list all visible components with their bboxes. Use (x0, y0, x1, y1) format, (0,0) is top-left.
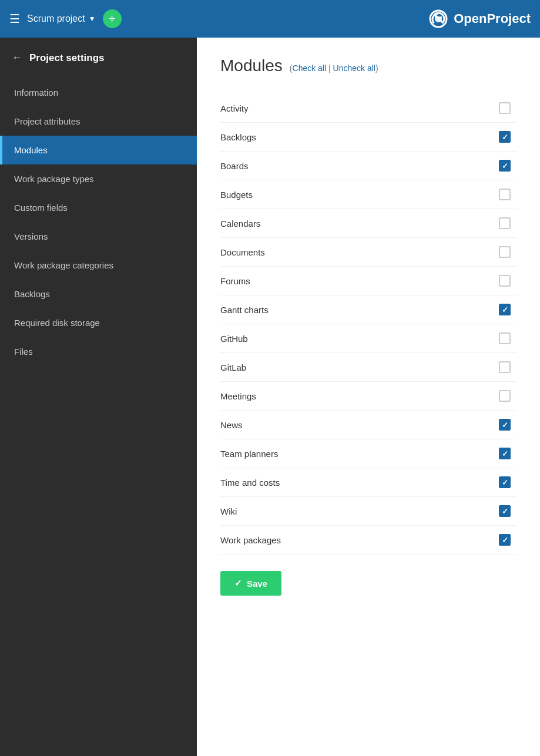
module-checkbox[interactable] (499, 102, 511, 114)
sidebar-item-label: Project attributes (14, 116, 81, 126)
project-selector[interactable]: Scrum project ▼ (27, 14, 96, 24)
sidebar-item-label: Required disk storage (14, 318, 100, 328)
module-name: Activity (220, 103, 493, 113)
sidebar-item-modules[interactable]: Modules (0, 136, 197, 164)
add-project-button[interactable]: + (103, 9, 122, 28)
module-name: Calendars (220, 219, 493, 229)
module-row: Activity (220, 94, 516, 123)
module-row: Documents (220, 238, 516, 267)
module-row: News (220, 411, 516, 439)
sidebar-item-work-package-categories[interactable]: Work package categories (0, 251, 197, 280)
sidebar-item-information[interactable]: Information (0, 78, 197, 107)
sidebar-item-label: Custom fields (14, 203, 68, 213)
module-checkbox[interactable] (499, 332, 511, 344)
sidebar-header-label: Project settings (29, 52, 105, 64)
module-row: Time and costs (220, 468, 516, 497)
module-name: Boards (220, 161, 493, 171)
module-row: Calendars (220, 209, 516, 238)
module-checkbox[interactable] (499, 131, 511, 143)
sidebar-header[interactable]: ← Project settings (0, 38, 197, 78)
module-name: Time and costs (220, 478, 493, 488)
module-checkbox[interactable] (499, 448, 511, 459)
module-row: Wiki (220, 497, 516, 526)
save-icon: ✓ (234, 578, 242, 589)
separator: | (328, 63, 331, 73)
module-checkbox[interactable] (499, 361, 511, 373)
topbar-left: ☰ Scrum project ▼ + (9, 9, 428, 28)
module-checkbox[interactable] (499, 419, 511, 431)
module-row: Forums (220, 267, 516, 295)
logo-text: OpenProject (454, 11, 531, 26)
module-row: Budgets (220, 180, 516, 209)
back-icon[interactable]: ← (12, 52, 22, 64)
page-title: Modules (220, 56, 283, 75)
save-label: Save (247, 579, 267, 589)
content-area: Modules (Check all | Uncheck all) Activi… (197, 38, 540, 756)
title-links: (Check all | Uncheck all) (290, 63, 378, 73)
module-name: Forums (220, 276, 493, 286)
module-name: Budgets (220, 190, 493, 200)
module-name: Backlogs (220, 132, 493, 142)
module-checkbox[interactable] (499, 505, 511, 517)
sidebar-item-files[interactable]: Files (0, 337, 197, 366)
module-name: Meetings (220, 391, 493, 401)
module-name: News (220, 420, 493, 430)
module-row: GitHub (220, 324, 516, 353)
module-row: Boards (220, 152, 516, 180)
main-layout: ← Project settings Information Project a… (0, 38, 540, 756)
module-name: Documents (220, 247, 493, 257)
module-row: GitLab (220, 353, 516, 382)
sidebar-item-label: Work package categories (14, 260, 113, 270)
module-name: Team planners (220, 449, 493, 459)
sidebar-item-custom-fields[interactable]: Custom fields (0, 193, 197, 222)
module-checkbox[interactable] (499, 534, 511, 546)
logo: OpenProject (428, 8, 531, 29)
module-row: Meetings (220, 382, 516, 411)
sidebar: ← Project settings Information Project a… (0, 38, 197, 756)
module-checkbox[interactable] (499, 189, 511, 200)
sidebar-item-label: Modules (14, 145, 48, 155)
check-all-link[interactable]: Check all (293, 63, 327, 73)
page-title-row: Modules (Check all | Uncheck all) (220, 56, 516, 75)
module-row: Team planners (220, 439, 516, 468)
module-row: Backlogs (220, 123, 516, 152)
module-name: GitHub (220, 334, 493, 344)
topbar: ☰ Scrum project ▼ + OpenProject (0, 0, 540, 38)
module-checkbox[interactable] (499, 217, 511, 229)
logo-icon (428, 8, 449, 29)
hamburger-icon[interactable]: ☰ (9, 12, 20, 26)
modules-list: ActivityBacklogsBoardsBudgetsCalendarsDo… (220, 94, 516, 555)
sidebar-item-versions[interactable]: Versions (0, 222, 197, 251)
sidebar-item-label: Information (14, 88, 58, 98)
uncheck-all-link[interactable]: Uncheck all (333, 63, 375, 73)
sidebar-item-required-disk-storage[interactable]: Required disk storage (0, 308, 197, 337)
sidebar-item-label: Versions (14, 231, 48, 241)
module-row: Work packages (220, 526, 516, 555)
project-name-label: Scrum project (27, 14, 85, 24)
sidebar-item-work-package-types[interactable]: Work package types (0, 164, 197, 193)
save-button[interactable]: ✓ Save (220, 571, 281, 596)
module-checkbox[interactable] (499, 390, 511, 402)
module-name: GitLab (220, 362, 493, 372)
module-name: Wiki (220, 506, 493, 516)
sidebar-item-project-attributes[interactable]: Project attributes (0, 107, 197, 136)
sidebar-item-label: Files (14, 347, 33, 357)
chevron-down-icon: ▼ (89, 15, 96, 23)
module-name: Work packages (220, 535, 493, 545)
module-row: Gantt charts (220, 295, 516, 324)
module-checkbox[interactable] (499, 246, 511, 258)
module-checkbox[interactable] (499, 160, 511, 172)
sidebar-item-label: Work package types (14, 174, 94, 184)
module-checkbox[interactable] (499, 476, 511, 488)
module-checkbox[interactable] (499, 304, 511, 315)
sidebar-item-label: Backlogs (14, 289, 50, 299)
module-name: Gantt charts (220, 305, 493, 315)
sidebar-item-backlogs[interactable]: Backlogs (0, 280, 197, 308)
module-checkbox[interactable] (499, 275, 511, 287)
